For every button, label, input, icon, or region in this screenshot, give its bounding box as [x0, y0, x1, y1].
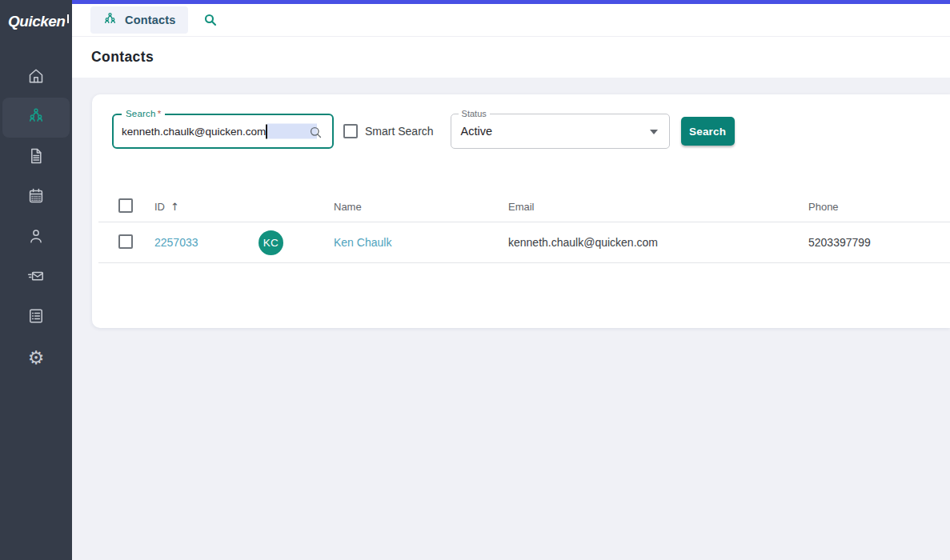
search-field-label: Search* — [122, 109, 165, 118]
tab-bar: Contacts — [72, 4, 950, 37]
brand-logo: Quicken — [0, 0, 72, 44]
global-search-icon[interactable] — [203, 13, 218, 27]
sidebar-item-calendar[interactable] — [2, 178, 70, 218]
sidebar-nav: ⚙ — [0, 58, 72, 378]
calendar-icon — [26, 186, 46, 209]
main-area: Contacts Contacts Search* — [72, 0, 950, 560]
contacts-card: Search* kenneth.chaulk@quicken.com — [92, 94, 950, 328]
chevron-down-icon — [650, 130, 658, 134]
sidebar-item-documents[interactable] — [2, 138, 70, 178]
sidebar-item-contacts[interactable] — [2, 98, 70, 138]
column-header-name[interactable]: Name — [334, 201, 508, 213]
status-selected-value: Active — [461, 125, 493, 138]
search-input-value: kenneth.chaulk@quicken.com — [122, 126, 266, 138]
column-header-phone[interactable]: Phone — [808, 201, 950, 213]
sidebar-item-home[interactable] — [2, 58, 70, 98]
contact-id-link[interactable]: 2257033 — [154, 236, 198, 249]
smart-search-label: Smart Search — [365, 125, 434, 138]
tab-contacts-label: Contacts — [125, 14, 176, 26]
status-select-label: Status — [459, 109, 490, 118]
sort-asc-icon: ↑ — [170, 201, 179, 213]
forms-list-icon — [26, 306, 46, 329]
sidebar-item-settings[interactable]: ⚙ — [2, 338, 70, 378]
sidebar-item-mail[interactable] — [2, 258, 70, 298]
column-header-id[interactable]: ID ↑ — [154, 201, 248, 213]
page-title: Contacts — [91, 49, 154, 66]
required-asterisk: * — [158, 109, 162, 118]
title-bar: Contacts — [72, 37, 950, 78]
table-row: 2257033 KC Ken Chaulk kenneth.chaulk@qui… — [98, 222, 950, 263]
contact-avatar[interactable]: KC — [259, 230, 283, 255]
app-window: Quicken — [0, 0, 950, 560]
brand-logo-text: Quicken — [8, 13, 65, 30]
send-mail-icon — [26, 266, 46, 289]
table-header-row: ID ↑ Name Email Phone — [98, 192, 950, 222]
person-icon — [26, 226, 46, 249]
select-all-checkbox[interactable] — [118, 198, 133, 213]
search-input[interactable]: Search* kenneth.chaulk@quicken.com — [112, 114, 334, 149]
contact-email: kenneth.chaulk@quicken.com — [508, 236, 808, 249]
sidebar: Quicken — [0, 0, 72, 560]
sidebar-item-forms[interactable] — [2, 298, 70, 338]
smart-search-checkbox[interactable] — [343, 124, 358, 138]
contact-phone: 5203397799 — [808, 236, 950, 249]
contacts-table: ID ↑ Name Email Phone 2257033 KC Ken Cha… — [98, 192, 950, 263]
status-select[interactable]: Status Active — [451, 114, 670, 149]
settings-gear-icon: ⚙ — [28, 349, 45, 367]
home-icon — [26, 66, 46, 89]
smart-search-option: Smart Search — [343, 124, 434, 138]
tab-contacts[interactable]: Contacts — [90, 6, 188, 34]
column-header-email[interactable]: Email — [508, 201, 808, 213]
content-area: Search* kenneth.chaulk@quicken.com — [72, 78, 950, 560]
contact-name-link[interactable]: Ken Chaulk — [334, 236, 391, 249]
document-icon — [26, 146, 46, 169]
search-button[interactable]: Search — [681, 117, 735, 146]
contacts-group-icon — [26, 106, 46, 129]
filters-row: Search* kenneth.chaulk@quicken.com — [112, 94, 950, 149]
sidebar-item-person[interactable] — [2, 218, 70, 258]
row-checkbox[interactable] — [118, 234, 133, 249]
search-field-magnifier-icon[interactable] — [308, 125, 323, 143]
contacts-group-icon — [102, 11, 118, 30]
brand-logo-trademark — [67, 14, 69, 23]
